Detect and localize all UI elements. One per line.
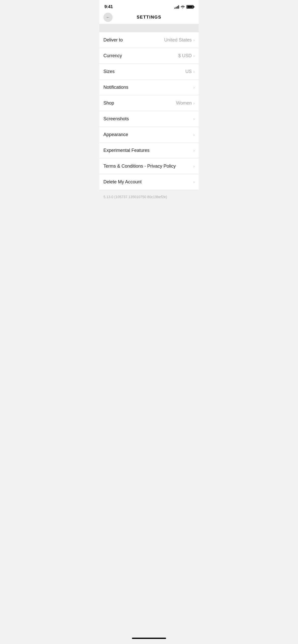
version-section: 5.13.0 (105737.135010750 80c19bef2e) [99, 190, 199, 204]
version-text: 5.13.0 (105737.135010750 80c19bef2e) [103, 195, 167, 199]
settings-label-delete-account: Delete My Account [103, 179, 142, 185]
nav-header: ← SETTINGS [99, 12, 199, 24]
settings-list: Deliver to United States › Currency $ US… [99, 32, 199, 190]
chevron-icon: › [193, 85, 195, 90]
settings-item-experimental[interactable]: Experimental Features › [99, 143, 199, 158]
settings-value-appearance: › [193, 133, 195, 137]
settings-label-terms: Terms & Conditions - Privacy Policy [103, 164, 176, 169]
content-wrapper: Deliver to United States › Currency $ US… [99, 32, 199, 285]
settings-item-screenshots[interactable]: Screenshots › [99, 111, 199, 127]
chevron-icon: › [193, 117, 195, 121]
settings-value-deliver-to: United States › [164, 37, 195, 43]
settings-item-shop[interactable]: Shop Women › [99, 95, 199, 111]
settings-item-terms[interactable]: Terms & Conditions - Privacy Policy › [99, 158, 199, 174]
settings-value-screenshots: › [193, 117, 195, 121]
back-button[interactable]: ← [103, 13, 113, 22]
section-spacer [99, 24, 199, 32]
settings-label-appearance: Appearance [103, 132, 128, 137]
settings-label-shop: Shop [103, 100, 114, 106]
settings-item-deliver-to[interactable]: Deliver to United States › [99, 32, 199, 48]
chevron-icon: › [193, 38, 195, 42]
chevron-icon: › [193, 148, 195, 153]
chevron-icon: › [193, 164, 195, 169]
settings-item-appearance[interactable]: Appearance › [99, 127, 199, 143]
battery-icon [186, 5, 194, 9]
settings-label-experimental: Experimental Features [103, 148, 150, 153]
settings-label-deliver-to: Deliver to [103, 37, 123, 43]
settings-item-delete-account[interactable]: Delete My Account › [99, 174, 199, 190]
chevron-icon: › [193, 54, 195, 58]
settings-label-currency: Currency [103, 53, 122, 58]
chevron-icon: › [193, 180, 195, 184]
chevron-icon: › [193, 133, 195, 137]
status-time: 9:41 [104, 4, 113, 9]
status-icons [174, 5, 194, 9]
settings-value-terms: › [193, 164, 195, 169]
back-arrow-icon: ← [106, 15, 110, 19]
settings-item-sizes[interactable]: Sizes US › [99, 64, 199, 80]
wifi-icon [181, 5, 185, 9]
chevron-icon: › [193, 69, 195, 74]
settings-item-notifications[interactable]: Notifications › [99, 80, 199, 95]
settings-label-screenshots: Screenshots [103, 116, 129, 122]
page-title: SETTINGS [137, 15, 161, 20]
settings-item-currency[interactable]: Currency $ USD › [99, 48, 199, 64]
settings-label-notifications: Notifications [103, 85, 128, 90]
chevron-icon: › [193, 101, 195, 106]
status-bar: 9:41 [99, 0, 199, 12]
settings-value-delete-account: › [193, 180, 195, 184]
bottom-gray-area [99, 204, 199, 255]
settings-value-sizes: US › [185, 69, 195, 74]
signal-icon [174, 5, 179, 9]
settings-value-currency: $ USD › [178, 53, 195, 58]
settings-value-experimental: › [193, 148, 195, 153]
settings-value-shop: Women › [176, 100, 195, 106]
settings-label-sizes: Sizes [103, 69, 115, 74]
settings-value-notifications: › [193, 85, 195, 90]
